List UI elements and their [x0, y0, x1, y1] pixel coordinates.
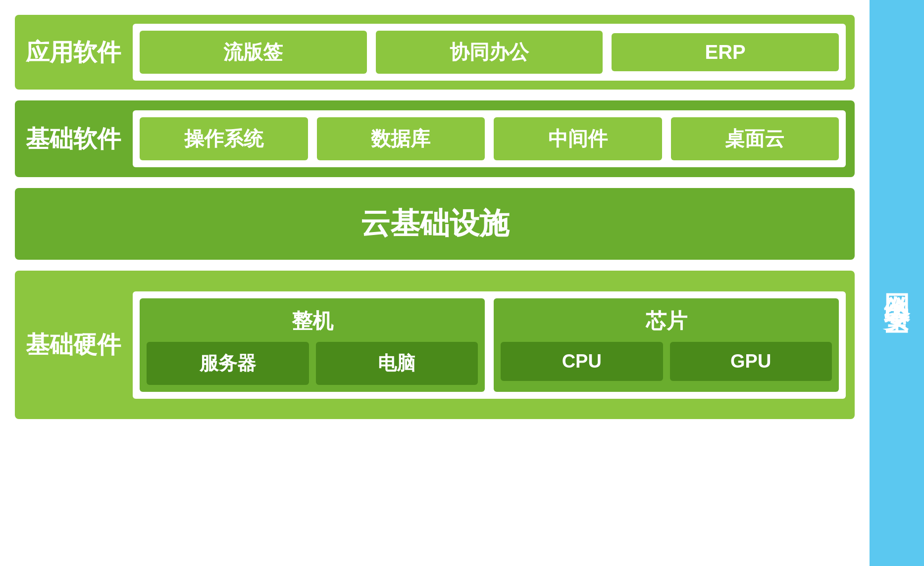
sidebar-label: 网络安全 [879, 273, 914, 293]
cloud-infra-label: 云基础设施 [360, 204, 509, 244]
left-content: 应用软件 流版签 协同办公 ERP 基础软件 操作系统 数据库 中间件 桌面云 … [0, 0, 870, 566]
base-item-2: 中间件 [494, 117, 662, 160]
base-software-label: 基础软件 [24, 123, 123, 155]
main-container: 应用软件 流版签 协同办公 ERP 基础软件 操作系统 数据库 中间件 桌面云 … [0, 0, 924, 566]
app-item-1: 协同办公 [376, 31, 603, 74]
hardware-group-0-title: 整机 [292, 307, 333, 335]
hardware-group-1: 芯片 CPU GPU [494, 298, 839, 392]
hardware-item-gpu: GPU [670, 342, 832, 381]
hardware-item-pc: 电脑 [316, 342, 478, 385]
app-software-label: 应用软件 [24, 37, 123, 68]
hardware-item-server: 服务器 [147, 342, 309, 385]
app-software-items: 流版签 协同办公 ERP [133, 24, 846, 81]
base-item-0: 操作系统 [140, 117, 308, 160]
row-cloud-infra: 云基础设施 [15, 188, 855, 260]
base-item-1: 数据库 [317, 117, 485, 160]
row-base-hardware: 基础硬件 整机 服务器 电脑 芯片 CPU GPU [15, 271, 855, 419]
hardware-group-1-title: 芯片 [646, 307, 687, 335]
hardware-group-0: 整机 服务器 电脑 [140, 298, 485, 392]
row-base-software: 基础软件 操作系统 数据库 中间件 桌面云 [15, 100, 855, 177]
base-item-3: 桌面云 [671, 117, 839, 160]
hardware-inner-container: 整机 服务器 电脑 芯片 CPU GPU [133, 291, 846, 399]
base-software-items: 操作系统 数据库 中间件 桌面云 [133, 110, 846, 167]
base-hardware-label: 基础硬件 [24, 329, 123, 361]
right-sidebar: 网络安全 [870, 0, 924, 566]
app-item-2: ERP [612, 33, 839, 71]
row-app-software: 应用软件 流版签 协同办公 ERP [15, 15, 855, 90]
hardware-group-1-items: CPU GPU [501, 342, 832, 381]
hardware-group-0-items: 服务器 电脑 [147, 342, 478, 385]
app-item-0: 流版签 [140, 31, 367, 74]
hardware-item-cpu: CPU [501, 342, 663, 381]
